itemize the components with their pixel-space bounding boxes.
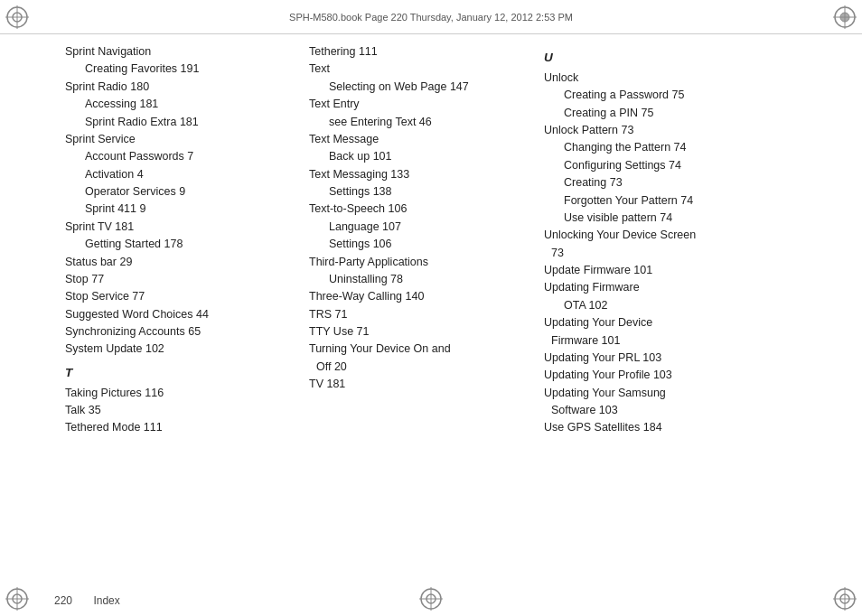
list-item: Stop Service 77 — [65, 288, 287, 305]
page-number: 220 — [54, 594, 72, 607]
reg-mark-bl — [5, 587, 29, 611]
list-item: Accessing 181 — [65, 96, 287, 113]
list-item: Sprint Navigation — [65, 43, 287, 61]
list-item: Taking Pictures 116 — [65, 385, 287, 402]
list-item: Text Entry — [309, 96, 522, 113]
column-mid: Tethering 111 Text Selecting on Web Page… — [298, 34, 533, 580]
list-item: Firmware 101 — [544, 332, 815, 350]
list-item: TRS 71 — [309, 306, 522, 323]
section-letter-t: T — [65, 364, 287, 383]
reg-mark-tr — [833, 5, 857, 29]
content-area: Sprint Navigation Creating Favorites 191… — [54, 34, 826, 580]
list-item: Settings 106 — [309, 236, 522, 253]
list-item: Activation 4 — [65, 166, 287, 183]
list-item: System Update 102 — [65, 341, 287, 358]
list-item: Off 20 — [309, 359, 522, 376]
list-item: Sprint Service — [65, 131, 287, 148]
list-item: Tethered Mode 111 — [65, 419, 287, 436]
header-bar: SPH-M580.book Page 220 Thursday, January… — [0, 0, 862, 34]
footer: 220 Index — [54, 594, 120, 607]
list-item: Third-Party Applications — [309, 254, 522, 271]
list-item: Update Firmware 101 — [544, 262, 815, 279]
list-item: Sprint Radio 180 — [65, 79, 287, 96]
list-item: 73 — [544, 245, 815, 262]
list-item: Account Passwords 7 — [65, 148, 287, 165]
reg-mark-bc — [419, 587, 443, 611]
header-text: SPH-M580.book Page 220 Thursday, January… — [289, 12, 573, 23]
reg-mark-tl — [5, 5, 29, 29]
list-item: Tethering 111 — [309, 43, 522, 61]
list-item: Text Message — [309, 131, 522, 148]
list-item: Text — [309, 61, 522, 78]
list-item: Creating 73 — [544, 174, 815, 191]
list-item: Operator Services 9 — [65, 183, 287, 201]
list-item: Settings 138 — [309, 183, 522, 201]
list-item: OTA 102 — [544, 297, 815, 314]
list-item: Selecting on Web Page 147 — [309, 79, 522, 96]
list-item: Unlock Pattern 73 — [544, 122, 815, 139]
list-item: Updating Your PRL 103 — [544, 350, 815, 367]
list-item: Unlocking Your Device Screen — [544, 227, 815, 244]
list-item: Use visible pattern 74 — [544, 210, 815, 227]
list-item: Forgotten Your Pattern 74 — [544, 192, 815, 210]
list-item: Configuring Settings 74 — [544, 157, 815, 174]
list-item: Suggested Word Choices 44 — [65, 306, 287, 323]
list-item: Use GPS Satellites 184 — [544, 419, 815, 436]
list-item: Creating Favorites 191 — [65, 61, 287, 78]
page-wrapper: SPH-M580.book Page 220 Thursday, January… — [0, 0, 862, 616]
list-item: Text Messaging 133 — [309, 166, 522, 183]
list-item: Sprint TV 181 — [65, 219, 287, 236]
list-item: Uninstalling 78 — [309, 271, 522, 288]
list-item: Updating Your Device — [544, 314, 815, 331]
reg-mark-br — [833, 587, 857, 611]
list-item: Sprint Radio Extra 181 — [65, 114, 287, 131]
column-left: Sprint Navigation Creating Favorites 191… — [54, 34, 298, 580]
list-item: Software 103 — [544, 402, 815, 419]
list-item: Text-to-Speech 106 — [309, 201, 522, 218]
list-item: Synchronizing Accounts 65 — [65, 323, 287, 341]
footer-label: Index — [93, 594, 119, 607]
list-item: Updating Your Profile 103 — [544, 367, 815, 384]
list-item: Creating a Password 75 — [544, 87, 815, 104]
list-item: Stop 77 — [65, 271, 287, 288]
list-item: Turning Your Device On and — [309, 341, 522, 358]
list-item: Status bar 29 — [65, 254, 287, 271]
list-item: Talk 35 — [65, 402, 287, 419]
list-item: Back up 101 — [309, 148, 522, 165]
section-letter-u: U — [544, 49, 815, 68]
list-item: Language 107 — [309, 219, 522, 236]
list-item: Updating Your Samsung — [544, 385, 815, 402]
list-item: Creating a PIN 75 — [544, 105, 815, 122]
list-item: TTY Use 71 — [309, 323, 522, 341]
list-item: TV 181 — [309, 376, 522, 393]
list-item: Three-Way Calling 140 — [309, 288, 522, 305]
list-item: Changing the Pattern 74 — [544, 139, 815, 156]
list-item: Unlock — [544, 70, 815, 87]
list-item: Sprint 411 9 — [65, 201, 287, 218]
list-item: Updating Firmware — [544, 279, 815, 296]
list-item: Getting Started 178 — [65, 236, 287, 253]
column-right: U Unlock Creating a Password 75 Creating… — [533, 34, 826, 580]
list-item: see Entering Text 46 — [309, 114, 522, 131]
